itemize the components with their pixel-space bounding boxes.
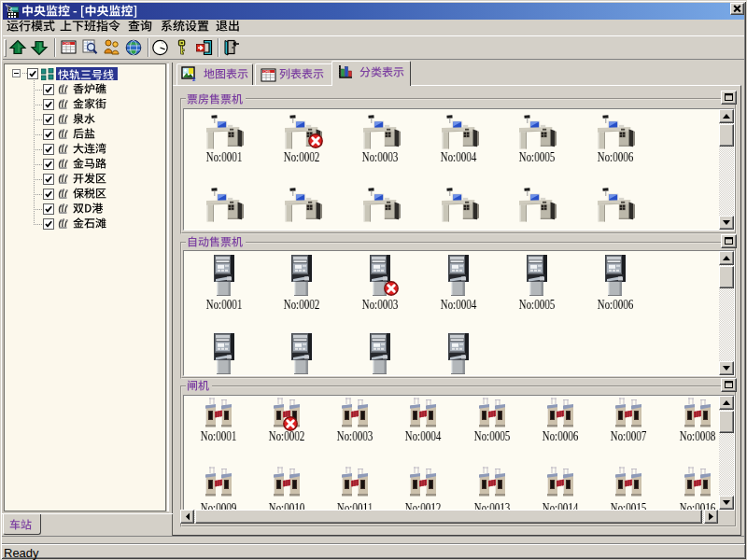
svg-text:2: 2	[192, 77, 196, 82]
svg-text:CHS: CHS	[63, 42, 71, 46]
svg-text:CHS: CHS	[263, 70, 271, 74]
